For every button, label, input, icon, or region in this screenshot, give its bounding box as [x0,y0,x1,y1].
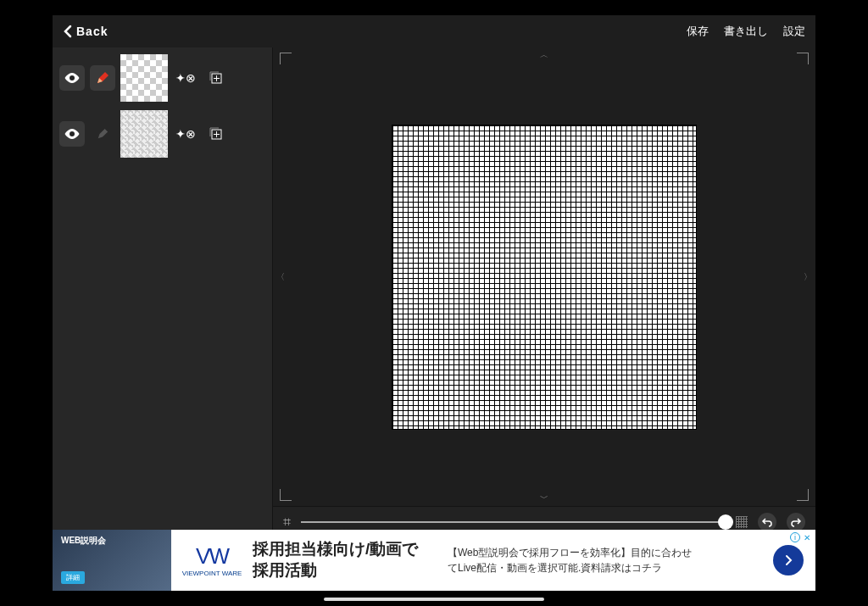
ad-cta-button[interactable] [773,545,804,575]
undo-icon [761,516,773,528]
layer-visibility-toggle[interactable] [59,65,85,91]
save-button[interactable]: 保存 [687,24,709,39]
svg-point-0 [70,75,75,81]
grid-toggle-icon[interactable]: ⌗ [283,514,291,530]
layer-row[interactable]: ✦⊗ [59,110,265,158]
sparkle-icon: ✦⊗ [175,127,196,141]
header-bar: Back 保存 書き出し 設定 [53,15,815,47]
crop-corner-br [797,489,809,501]
pan-down[interactable]: ﹀ [540,492,548,504]
layer-thumbnail[interactable] [120,54,168,102]
layer-thumbnail[interactable] [120,110,168,158]
layer-edit-indicator[interactable] [90,65,115,91]
pan-right[interactable]: 〉 [804,271,812,283]
ad-thumbnail: WEB説明会 詳細 [53,530,171,591]
pencil-icon [96,71,109,85]
layer-visibility-toggle[interactable] [59,121,85,147]
back-button[interactable]: Back [63,25,108,38]
pencil-icon [97,128,108,140]
svg-point-2 [70,131,75,136]
sidebar: ✦⊗ ✦⊗ [53,47,273,591]
eye-icon [64,72,81,84]
zoom-thumb[interactable] [718,514,733,530]
layer-effects-button[interactable]: ✦⊗ [173,65,198,91]
settings-button[interactable]: 設定 [783,24,805,39]
canvas-stage[interactable]: ︿ ﹀ 〈 〉 [273,47,815,506]
crop-corner-bl [280,489,292,501]
layer-edit-indicator[interactable] [90,121,115,147]
crop-corner-tr [797,53,809,64]
duplicate-icon [209,70,224,86]
zoom-slider[interactable] [301,521,726,523]
grid-density-icon[interactable] [736,516,748,528]
layer-list: ✦⊗ ✦⊗ [53,47,272,543]
duplicate-icon [209,126,224,142]
ad-logo-sub: VIEWPOINT WARE [182,570,242,577]
ad-info-icon[interactable]: i [790,532,800,542]
ad-info-icons[interactable]: i ✕ [790,532,810,542]
layer-row[interactable]: ✦⊗ [59,54,265,102]
ad-description: 【Web型説明会で採用フローを効率化】目的に合わせてLive配信・動画を選択可能… [448,545,702,575]
sparkle-icon: ✦⊗ [175,71,196,85]
export-button[interactable]: 書き出し [724,24,768,39]
layer-effects-button[interactable]: ✦⊗ [173,121,198,147]
redo-button[interactable] [787,513,805,531]
ad-thumb-button: 詳細 [61,571,85,584]
ad-banner[interactable]: WEB説明会 詳細 VW VIEWPOINT WARE 採用担当様向け/動画で … [53,530,815,591]
ad-logo-text: VW [196,543,228,570]
chevron-right-icon [782,554,794,566]
pan-left[interactable]: 〈 [276,271,285,283]
crop-corner-tl [280,53,292,64]
pan-up[interactable]: ︿ [540,49,548,61]
redo-icon [790,516,802,528]
ad-logo: VW VIEWPOINT WARE [171,543,253,577]
layer-duplicate-button[interactable] [203,65,229,91]
canvas-area: ︿ ﹀ 〈 〉 ⌗ [273,47,815,591]
body: ✦⊗ ✦⊗ [53,47,815,591]
header-right-group: 保存 書き出し 設定 [687,24,805,39]
chevron-left-icon [63,25,73,38]
ad-title: 採用担当様向け/動画で 採用活動 [253,539,448,581]
undo-button[interactable] [758,513,776,531]
ad-thumb-label: WEB説明会 [61,535,106,547]
ad-title-line2: 採用活動 [253,560,448,581]
ad-close-icon[interactable]: ✕ [804,533,810,542]
back-label: Back [76,25,108,38]
ad-title-line1: 採用担当様向け/動画で [253,539,448,560]
app-frame: Back 保存 書き出し 設定 ✦⊗ [53,15,815,591]
home-indicator [324,598,544,601]
eye-icon [64,128,81,140]
pixel-canvas[interactable] [392,125,697,430]
layer-duplicate-button[interactable] [203,121,229,147]
